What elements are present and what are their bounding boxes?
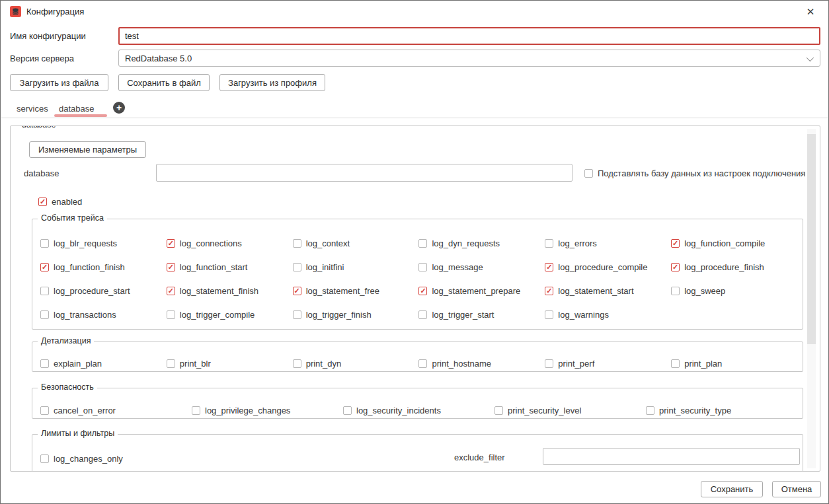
checkbox-box[interactable] <box>418 310 427 319</box>
checkbox-label: log_changes_only <box>54 454 123 464</box>
checkbox-box[interactable] <box>671 287 680 295</box>
close-icon[interactable]: ✕ <box>803 5 818 19</box>
checkbox-box[interactable] <box>584 169 593 178</box>
checkbox-box[interactable] <box>167 359 175 368</box>
checkbox-item-log_statement_finish[interactable]: ✓log_statement_finish <box>167 283 293 298</box>
save-to-file-button[interactable]: Сохранить в файл <box>118 74 210 91</box>
trace-events-legend: События трейса <box>38 213 107 223</box>
checkbox-item-log_function_compile[interactable]: ✓log_function_compile <box>671 236 797 250</box>
add-tab-icon[interactable]: + <box>113 102 125 114</box>
checkbox-box[interactable] <box>293 239 301 248</box>
checkbox-item-log_errors[interactable]: log_errors <box>545 236 671 250</box>
checkbox-box[interactable]: ✓ <box>671 263 680 271</box>
database-field-input[interactable] <box>156 164 572 182</box>
checkbox-item-log_privilege_changes[interactable]: log_privilege_changes <box>192 403 343 417</box>
checkbox-box[interactable] <box>494 406 503 415</box>
checkbox-box[interactable] <box>418 263 427 271</box>
save-button[interactable]: Сохранить <box>701 481 763 497</box>
checkbox-box[interactable]: ✓ <box>167 239 175 248</box>
checkbox-box[interactable] <box>40 454 49 463</box>
checkbox-item-print_dyn[interactable]: print_dyn <box>293 356 419 371</box>
checkbox-label: print_dyn <box>306 359 341 369</box>
substitute-db-checkbox[interactable]: Подставлять базу данных из настроек подк… <box>584 166 805 180</box>
checkbox-box[interactable]: ✓ <box>167 263 175 271</box>
checkbox-box[interactable]: ✓ <box>671 239 680 248</box>
checkbox-item-explain_plan[interactable]: explain_plan <box>40 356 167 371</box>
database-panel: database Изменяемые параметры database П… <box>10 126 820 472</box>
checkbox-box[interactable] <box>343 406 352 415</box>
checkbox-item-print_security_type[interactable]: print_security_type <box>646 403 797 417</box>
tab-services[interactable]: services <box>17 104 48 114</box>
checkbox-box[interactable]: ✓ <box>40 263 49 271</box>
checkbox-box[interactable] <box>167 310 175 319</box>
exclude-filter-input[interactable] <box>543 448 800 465</box>
tab-divider <box>1 118 828 118</box>
checkbox-box[interactable]: ✓ <box>293 287 301 295</box>
checkbox-item-log_transactions[interactable]: log_transactions <box>40 307 167 322</box>
database-app-icon <box>10 6 21 17</box>
database-panel-legend: database <box>19 126 59 129</box>
checkbox-box[interactable] <box>40 239 49 248</box>
checkbox-item-log_trigger_start[interactable]: log_trigger_start <box>418 307 545 322</box>
checkbox-label: cancel_on_error <box>54 406 116 415</box>
checkbox-item-log_trigger_compile[interactable]: log_trigger_compile <box>167 307 293 322</box>
log-changes-only-checkbox[interactable]: log_changes_only <box>40 451 123 466</box>
cancel-button[interactable]: Отмена <box>772 481 821 497</box>
checkbox-item-print_blr[interactable]: print_blr <box>167 356 293 371</box>
checkbox-box[interactable] <box>293 310 301 319</box>
vertical-scrollbar[interactable] <box>807 129 816 468</box>
checkbox-item-log_blr_requests[interactable]: log_blr_requests <box>40 236 167 250</box>
server-version-select[interactable]: RedDatabase 5.0 <box>118 50 820 67</box>
checkbox-item-log_statement_free[interactable]: ✓log_statement_free <box>293 283 419 298</box>
scrollbar-thumb[interactable] <box>807 134 816 344</box>
checkbox-box[interactable] <box>293 359 301 368</box>
checkbox-box[interactable] <box>40 359 49 368</box>
checkbox-box[interactable] <box>545 359 553 368</box>
checkbox-item-log_context[interactable]: log_context <box>293 236 419 250</box>
checkbox-box[interactable]: ✓ <box>38 198 47 206</box>
load-from-profile-button[interactable]: Загрузить из профиля <box>219 74 325 91</box>
load-from-file-button[interactable]: Загрузить из файла <box>10 74 108 91</box>
checkbox-item-log_security_incidents[interactable]: log_security_incidents <box>343 403 494 417</box>
checkbox-box[interactable] <box>545 239 553 248</box>
checkbox-item-log_message[interactable]: log_message <box>418 260 545 274</box>
checkbox-item-log_function_start[interactable]: ✓log_function_start <box>167 260 293 274</box>
checkbox-label: log_procedure_compile <box>558 262 647 272</box>
checkbox-label: print_hostname <box>432 359 491 369</box>
checkbox-item-cancel_on_error[interactable]: cancel_on_error <box>40 403 192 417</box>
checkbox-item-log_procedure_compile[interactable]: ✓log_procedure_compile <box>545 260 671 274</box>
checkbox-item-print_security_level[interactable]: print_security_level <box>494 403 646 417</box>
checkbox-item-log_warnings[interactable]: log_warnings <box>545 307 671 322</box>
editable-params-button[interactable]: Изменяемые параметры <box>29 141 146 158</box>
checkbox-item-log_trigger_finish[interactable]: log_trigger_finish <box>293 307 419 322</box>
checkbox-box[interactable] <box>293 263 301 271</box>
checkbox-item-log_procedure_start[interactable]: log_procedure_start <box>40 283 167 298</box>
checkbox-item-print_perf[interactable]: print_perf <box>545 356 671 371</box>
checkbox-item-log_sweep[interactable]: log_sweep <box>671 283 797 298</box>
tab-database[interactable]: database <box>59 104 95 114</box>
checkbox-box[interactable]: ✓ <box>418 287 427 295</box>
checkbox-box[interactable] <box>418 359 427 368</box>
checkbox-box[interactable] <box>40 310 49 319</box>
checkbox-box[interactable] <box>646 406 654 415</box>
checkbox-item-log_statement_start[interactable]: ✓log_statement_start <box>545 283 671 298</box>
checkbox-item-log_statement_prepare[interactable]: ✓log_statement_prepare <box>418 283 545 298</box>
checkbox-box[interactable]: ✓ <box>545 287 553 295</box>
checkbox-box[interactable] <box>192 406 200 415</box>
checkbox-box[interactable]: ✓ <box>167 287 175 295</box>
checkbox-item-log_procedure_finish[interactable]: ✓log_procedure_finish <box>671 260 797 274</box>
checkbox-box[interactable] <box>545 310 553 319</box>
checkbox-item-log_initfini[interactable]: log_initfini <box>293 260 419 274</box>
checkbox-box[interactable] <box>671 359 680 368</box>
checkbox-item-log_function_finish[interactable]: ✓log_function_finish <box>40 260 167 274</box>
config-name-input[interactable] <box>118 27 820 45</box>
checkbox-item-log_connections[interactable]: ✓log_connections <box>167 236 293 250</box>
checkbox-box[interactable] <box>418 239 427 248</box>
checkbox-box[interactable] <box>40 287 49 295</box>
checkbox-box[interactable]: ✓ <box>545 263 553 271</box>
checkbox-item-print_plan[interactable]: print_plan <box>671 356 797 371</box>
checkbox-box[interactable] <box>40 406 49 415</box>
checkbox-item-log_dyn_requests[interactable]: log_dyn_requests <box>418 236 545 250</box>
enabled-checkbox[interactable]: ✓enabled <box>38 194 82 209</box>
checkbox-item-print_hostname[interactable]: print_hostname <box>418 356 545 371</box>
